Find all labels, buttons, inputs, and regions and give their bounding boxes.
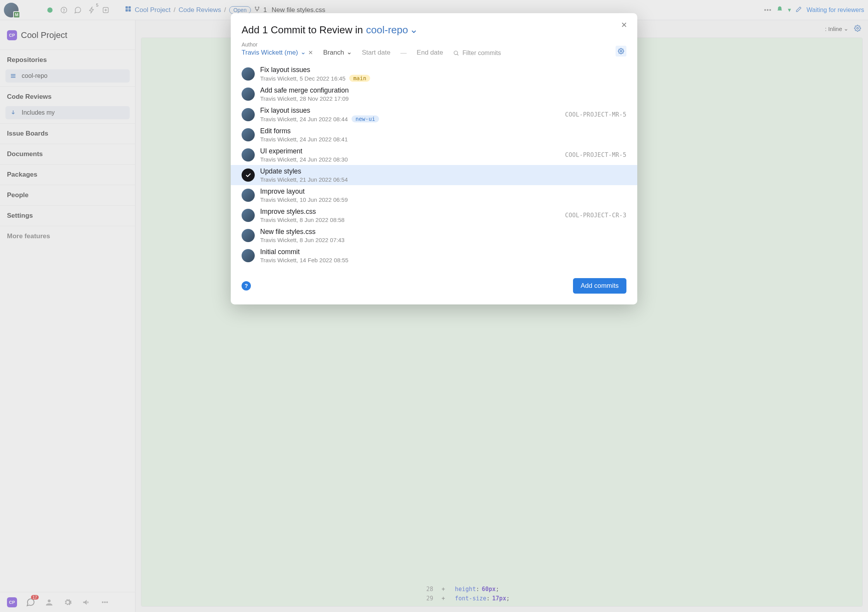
commit-body: UI experimentTravis Wickett, 24 Jun 2022…: [260, 147, 348, 163]
chevron-down-icon: ⌄: [300, 48, 306, 56]
modal-overlay: Add 1 Commit to Review in cool-repo ⌄ Au…: [0, 0, 868, 612]
commit-row[interactable]: UI experimentTravis Wickett, 24 Jun 2022…: [231, 145, 637, 165]
commit-avatar: [242, 148, 255, 162]
commit-title: UI experiment: [260, 147, 348, 155]
commit-avatar: [242, 128, 255, 141]
commit-avatar: [242, 229, 255, 242]
commit-row[interactable]: Initial commitTravis Wickett, 14 Feb 202…: [231, 246, 637, 266]
svg-point-17: [620, 50, 622, 52]
commit-ref[interactable]: COOL-PROJECT-MR-5: [565, 151, 626, 158]
commit-row[interactable]: Add safe merge configurationTravis Wicke…: [231, 84, 637, 104]
svg-point-16: [454, 51, 458, 55]
author-value: Travis Wickett (me): [242, 49, 298, 57]
add-commits-button[interactable]: Add commits: [573, 278, 626, 294]
commit-meta: Travis Wickett, 14 Feb 2022 08:55: [260, 257, 348, 263]
check-icon: [242, 168, 255, 182]
modal-repo-name: cool-repo: [366, 24, 408, 36]
branch-tag: main: [349, 75, 370, 82]
modal-title-text: Add 1 Commit to Review in: [242, 24, 363, 36]
commit-row[interactable]: Edit formsTravis Wickett, 24 Jun 2022 08…: [231, 125, 637, 145]
commit-list: Fix layout issuesTravis Wickett, 5 Dec 2…: [231, 62, 637, 267]
date-range-sep: —: [400, 50, 407, 57]
commit-body: Fix layout issuesTravis Wickett, 24 Jun …: [260, 107, 379, 122]
commit-title: Improve layout: [260, 187, 348, 196]
commit-title: Improve styles.css: [260, 208, 345, 216]
commit-title: Fix layout issues: [260, 107, 379, 115]
commit-meta: Travis Wickett, 24 Jun 2022 08:44new-ui: [260, 115, 379, 122]
clear-author-icon[interactable]: ✕: [308, 49, 313, 56]
chevron-down-icon: ⌄: [347, 48, 352, 56]
commit-avatar: [242, 249, 255, 262]
commit-title: Edit forms: [260, 127, 348, 135]
modal-repo-link[interactable]: cool-repo ⌄: [366, 24, 418, 36]
commit-row[interactable]: Fix layout issuesTravis Wickett, 24 Jun …: [231, 104, 637, 125]
branch-label: Branch: [323, 49, 344, 57]
commit-ref[interactable]: COOL-PROJECT-CR-3: [565, 212, 626, 219]
commit-avatar: [242, 209, 255, 222]
commit-meta: Travis Wickett, 21 Jun 2022 06:54: [260, 176, 348, 183]
help-icon[interactable]: ?: [242, 281, 251, 291]
commit-meta: Travis Wickett, 24 Jun 2022 08:41: [260, 136, 348, 143]
commit-body: Improve styles.cssTravis Wickett, 8 Jun …: [260, 208, 345, 223]
author-filter[interactable]: Author Travis Wickett (me) ⌄ ✕: [242, 41, 313, 57]
author-label: Author: [242, 41, 313, 48]
commit-title: Fix layout issues: [260, 66, 370, 74]
modal-footer: ? Add commits: [231, 267, 637, 295]
chevron-down-icon: ⌄: [410, 24, 418, 36]
commit-body: New file styles.cssTravis Wickett, 8 Jun…: [260, 228, 345, 243]
commit-body: Update stylesTravis Wickett, 21 Jun 2022…: [260, 167, 348, 183]
modal-title: Add 1 Commit to Review in cool-repo ⌄: [231, 24, 637, 38]
commit-meta: Travis Wickett, 10 Jun 2022 06:59: [260, 196, 348, 203]
commit-body: Add safe merge configurationTravis Wicke…: [260, 86, 349, 102]
commit-avatar: [242, 88, 255, 101]
commit-title: New file styles.css: [260, 228, 345, 236]
commit-body: Initial commitTravis Wickett, 14 Feb 202…: [260, 248, 348, 263]
branch-tag: new-ui: [352, 115, 379, 122]
commit-row[interactable]: New file styles.cssTravis Wickett, 8 Jun…: [231, 225, 637, 246]
commit-avatar: [242, 189, 255, 202]
filter-commits-input[interactable]: Filter commits: [453, 50, 501, 57]
commit-avatar: [242, 67, 255, 81]
commit-meta: Travis Wickett, 24 Jun 2022 08:30: [260, 156, 348, 163]
commit-ref[interactable]: COOL-PROJECT-MR-5: [565, 111, 626, 118]
commit-body: Fix layout issuesTravis Wickett, 5 Dec 2…: [260, 66, 370, 82]
commit-title: Update styles: [260, 167, 348, 175]
commit-title: Initial commit: [260, 248, 348, 256]
search-icon: [453, 50, 459, 56]
end-date[interactable]: End date: [417, 49, 443, 57]
commit-body: Improve layoutTravis Wickett, 10 Jun 202…: [260, 187, 348, 203]
commit-meta: Travis Wickett, 28 Nov 2022 17:09: [260, 95, 349, 102]
commit-meta: Travis Wickett, 8 Jun 2022 07:43: [260, 237, 345, 243]
branch-filter[interactable]: Branch ⌄: [323, 48, 352, 57]
start-date[interactable]: Start date: [362, 49, 391, 57]
commit-row[interactable]: Update stylesTravis Wickett, 21 Jun 2022…: [231, 165, 637, 185]
filter-row: Author Travis Wickett (me) ⌄ ✕ Branch ⌄ …: [231, 38, 637, 62]
add-commit-modal: Add 1 Commit to Review in cool-repo ⌄ Au…: [231, 13, 637, 304]
commit-body: Edit formsTravis Wickett, 24 Jun 2022 08…: [260, 127, 348, 143]
filter-placeholder: Filter commits: [462, 50, 501, 57]
commit-title: Add safe merge configuration: [260, 86, 349, 95]
commit-row[interactable]: Improve layoutTravis Wickett, 10 Jun 202…: [231, 185, 637, 205]
commit-row[interactable]: Fix layout issuesTravis Wickett, 5 Dec 2…: [231, 64, 637, 84]
close-icon[interactable]: [620, 21, 628, 30]
commit-meta: Travis Wickett, 5 Dec 2022 16:45main: [260, 75, 370, 82]
commit-row[interactable]: Improve styles.cssTravis Wickett, 8 Jun …: [231, 205, 637, 225]
filter-settings-button[interactable]: [616, 46, 626, 57]
commit-meta: Travis Wickett, 8 Jun 2022 08:58: [260, 217, 345, 223]
commit-avatar: [242, 108, 255, 121]
